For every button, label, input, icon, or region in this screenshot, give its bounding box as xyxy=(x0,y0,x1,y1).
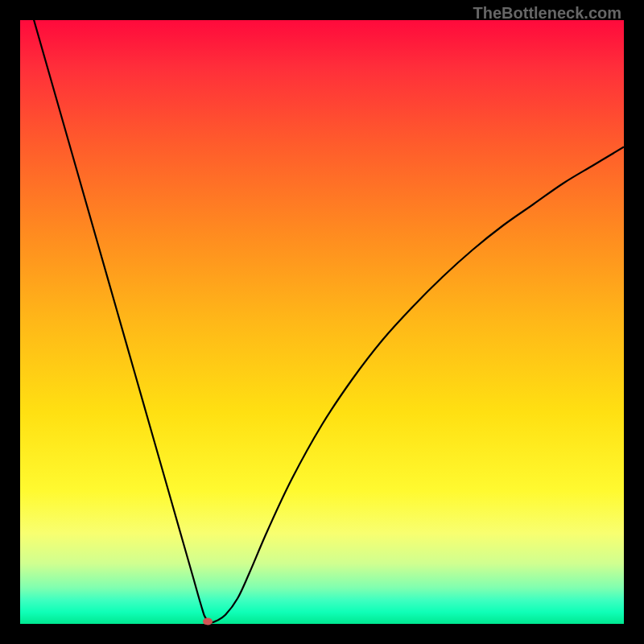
bottleneck-curve-svg xyxy=(20,20,624,624)
bottleneck-curve-path xyxy=(20,20,624,623)
optimal-point-marker xyxy=(203,618,213,625)
watermark-text: TheBottleneck.com xyxy=(473,4,621,23)
chart-container: TheBottleneck.com xyxy=(0,0,644,644)
